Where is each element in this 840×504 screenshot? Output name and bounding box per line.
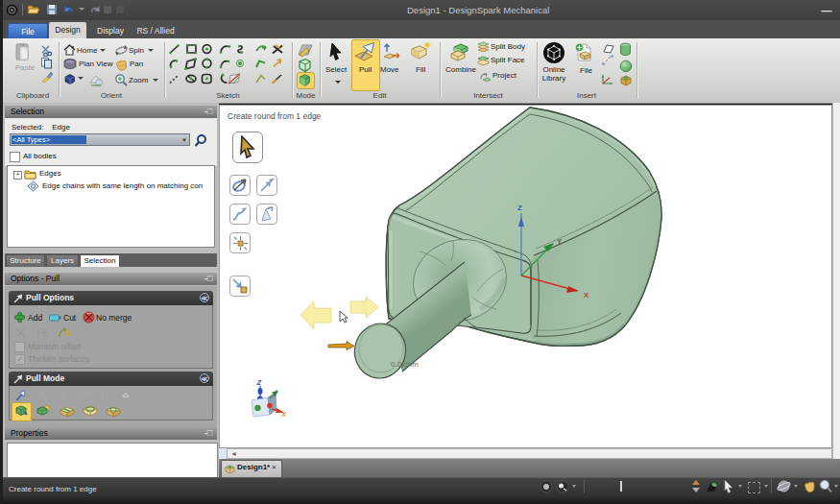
svg-text:0.22mm: 0.22mm: [391, 360, 419, 369]
svg-text:Y: Y: [557, 237, 563, 246]
svg-text:X: X: [280, 410, 287, 419]
svg-text:Z: Z: [517, 204, 522, 212]
svg-text:Z: Z: [256, 378, 262, 387]
svg-text:X: X: [584, 291, 589, 300]
